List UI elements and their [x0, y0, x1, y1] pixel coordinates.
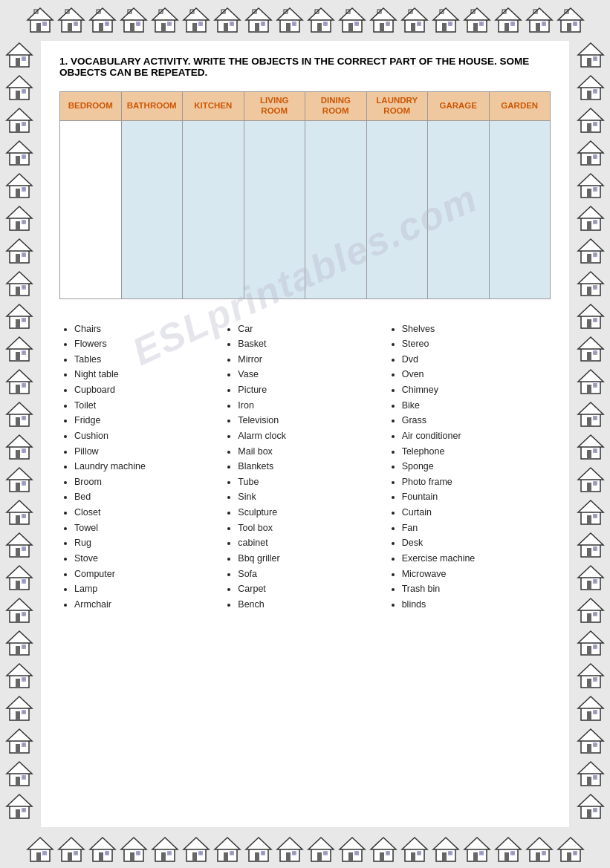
table-header-row: BEDROOMBATHROOMKITCHENLIVINGROOMDININGRO…: [60, 92, 551, 121]
svg-rect-422: [68, 852, 72, 861]
svg-rect-146: [16, 156, 20, 165]
svg-rect-121: [567, 23, 571, 32]
svg-rect-458: [255, 852, 259, 861]
svg-rect-9: [68, 23, 72, 32]
svg-marker-15: [90, 8, 115, 20]
table-header-cell: GARDEN: [489, 92, 551, 121]
table-header-cell: DININGROOM: [305, 92, 367, 121]
svg-marker-355: [578, 500, 603, 512]
svg-rect-482: [380, 852, 384, 861]
svg-rect-500: [473, 852, 478, 861]
svg-marker-385: [578, 664, 603, 676]
svg-marker-283: [578, 108, 603, 120]
svg-rect-434: [130, 852, 134, 861]
svg-rect-134: [16, 91, 20, 99]
svg-marker-319: [578, 304, 603, 316]
word-item: Cushion: [74, 428, 217, 444]
word-item: Shelves: [402, 322, 545, 337]
svg-rect-506: [504, 852, 509, 861]
word-item: Laundry machine: [74, 459, 217, 474]
table-header-cell: BEDROOM: [60, 92, 122, 121]
word-item: Rug: [74, 535, 217, 551]
word-item: Broom: [74, 474, 217, 490]
svg-rect-164: [16, 254, 20, 263]
svg-marker-78: [371, 8, 396, 20]
table-body-cell: [121, 120, 183, 298]
activity-number: 1.: [59, 56, 68, 67]
svg-rect-302: [587, 221, 591, 230]
word-column-3: ShelvesStereoDvdOvenChimneyBikeGrassAir …: [387, 322, 551, 613]
word-item: Car: [238, 322, 380, 337]
svg-marker-499: [464, 838, 490, 849]
svg-rect-362: [587, 548, 591, 557]
svg-rect-314: [587, 287, 591, 296]
svg-marker-211: [7, 500, 32, 512]
svg-rect-86: [411, 23, 415, 32]
word-item: Mail box: [238, 444, 380, 460]
svg-marker-50: [246, 8, 271, 20]
word-column-1: ChairsFlowersTablesNight tableCupboardTo…: [59, 322, 223, 613]
svg-marker-265: [7, 794, 32, 806]
table-body-cell: [183, 120, 244, 298]
svg-marker-445: [184, 838, 209, 849]
svg-marker-415: [27, 838, 53, 849]
word-item: cabinet: [238, 535, 380, 551]
svg-rect-338: [587, 417, 591, 426]
word-item: Tables: [74, 352, 217, 368]
word-item: Desk: [402, 535, 545, 551]
svg-marker-241: [7, 664, 32, 676]
svg-rect-30: [161, 23, 166, 32]
table-body-cell: [366, 120, 428, 298]
activity-title: VOCABULARY ACTIVITY. WRITE THE OBJECTS I…: [59, 56, 529, 78]
table-body-cell: [305, 120, 367, 298]
svg-rect-260: [16, 777, 20, 786]
svg-marker-253: [7, 729, 32, 741]
word-item: Night table: [74, 367, 217, 382]
word-item: Vase: [238, 367, 380, 382]
svg-marker-373: [578, 598, 603, 610]
word-item: Alarm clock: [238, 428, 380, 444]
word-item: Dvd: [402, 352, 545, 368]
svg-rect-58: [286, 23, 291, 32]
svg-rect-200: [16, 450, 20, 459]
svg-marker-71: [340, 8, 365, 20]
svg-rect-464: [286, 852, 291, 861]
vocab-table: BEDROOMBATHROOMKITCHENLIVINGROOMDININGRO…: [59, 91, 551, 299]
svg-marker-313: [578, 272, 603, 284]
word-item: Exercise machine: [402, 551, 545, 567]
word-item: Oven: [402, 367, 545, 382]
word-item: Flowers: [74, 336, 217, 352]
border-right: (function(){ const houseSVG = `<svg view…: [571, 39, 610, 821]
svg-rect-2: [36, 23, 41, 32]
svg-rect-170: [16, 287, 20, 296]
word-item: Fountain: [402, 489, 545, 505]
word-item: Grass: [402, 413, 545, 428]
word-item: Cupboard: [74, 382, 217, 398]
svg-marker-439: [152, 838, 178, 849]
word-item: Closet: [74, 505, 217, 521]
svg-marker-187: [7, 370, 32, 382]
svg-marker-403: [578, 762, 603, 774]
svg-rect-212: [16, 515, 20, 524]
svg-marker-427: [90, 838, 115, 849]
svg-marker-421: [59, 838, 84, 849]
svg-rect-404: [587, 777, 591, 786]
border-left: (function(){ const houseSVG = `<svg view…: [0, 39, 39, 821]
svg-marker-379: [578, 631, 603, 643]
svg-rect-37: [192, 23, 197, 32]
word-item: Fan: [402, 521, 545, 536]
svg-rect-374: [587, 613, 591, 622]
svg-marker-99: [464, 8, 490, 20]
svg-marker-259: [7, 762, 32, 774]
table-body-cell: [428, 120, 490, 298]
svg-rect-452: [224, 852, 228, 861]
svg-marker-43: [215, 8, 240, 20]
svg-marker-235: [7, 631, 32, 643]
word-item: Sponge: [402, 459, 545, 474]
svg-marker-301: [578, 206, 603, 218]
svg-marker-57: [277, 8, 302, 20]
svg-marker-127: [7, 43, 32, 55]
svg-rect-272: [587, 58, 591, 67]
word-item: Sofa: [238, 567, 380, 582]
svg-rect-410: [587, 809, 591, 818]
